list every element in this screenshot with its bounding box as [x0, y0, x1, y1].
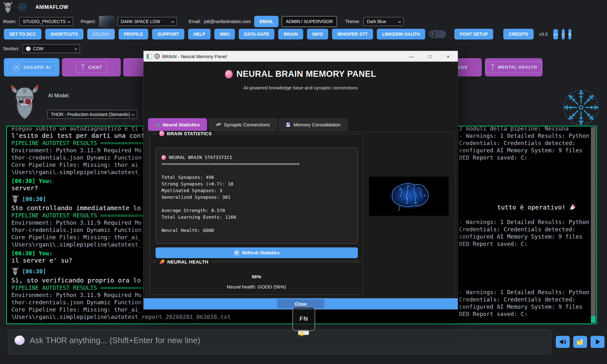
brain-button[interactable]: BRAIN [278, 29, 303, 39]
theme-select[interactable]: Dark Blue [363, 17, 404, 26]
terminal-line: Credentials: Credentials detected: [459, 139, 596, 147]
profile-button[interactable]: PROFILE [119, 29, 149, 39]
linkedin-oauth-button[interactable]: LINKEDIN OAUTH [377, 29, 426, 39]
brain-globe-icon [155, 54, 160, 59]
email-value: job@ranfanimation.com [204, 19, 251, 24]
wiki-button[interactable]: WIKI [214, 29, 235, 39]
send-button[interactable] [591, 336, 604, 348]
terminal-line: \Users\rgani\.simplepipeline\autotest_re… [11, 313, 252, 320]
set-to-dcc-button[interactable]: SET TO DCC [4, 29, 41, 39]
neural-health-group: NEURAL HEALTH 56% Neural health: GOOD (5… [150, 262, 363, 295]
info-button[interactable]: INFO [307, 29, 328, 39]
data-safe-button[interactable]: DATA-SAFE [239, 29, 274, 39]
floppy-disk-icon [286, 122, 291, 127]
neural-memory-modal: BRAIN - Neural Memory Panel — □ × NEURAL… [143, 51, 458, 310]
credits-button[interactable]: CREDITS [503, 29, 533, 39]
refresh-icon: ↻ [234, 250, 239, 256]
modal-title: BRAIN - Neural Memory Panel [162, 54, 227, 59]
project-select[interactable]: DARK SPACE LOW [117, 17, 177, 26]
chevron-down-icon [132, 113, 134, 116]
support-button[interactable]: SUPPORT [152, 29, 184, 39]
room-select[interactable]: STUDIO_PROJECTS [19, 17, 73, 26]
app-title: ANIMAFLOW [35, 4, 68, 10]
terminal-line: 2 moduli della pipeline: Nessuna [459, 126, 596, 132]
statistics-output: NEURAL BRAIN STATISTICS ================… [156, 148, 358, 244]
health-percentage: 56% [150, 274, 363, 279]
shortcuts-button[interactable]: SHORTCUTS [45, 29, 83, 39]
thor-avatar [9, 80, 40, 124]
asgard-ai-button[interactable]: 4SG4RD-AI [4, 58, 59, 76]
studio-button[interactable]: STUDIO [87, 29, 115, 39]
tab-neural-statistics[interactable]: Neural Statistics [148, 118, 207, 131]
rocket-icon [569, 204, 576, 211]
refresh-statistics-button[interactable]: ↻ Refresh Statistics [156, 247, 358, 258]
tab-page: BRAIN STATISTICS NEURAL BRAIN STATISTICS… [147, 132, 455, 298]
ai-model-panel: AI Model: THOR - Production Assistant (S… [0, 79, 145, 125]
moon-icon: ☾ [430, 31, 437, 38]
brain-image [369, 177, 449, 216]
terminal-line: Credentials: Credentials detected: [459, 226, 596, 233]
terminal-line: configured AI Memory System: 9 files [459, 147, 596, 154]
brain-statistics-group: BRAIN STATISTICS NEURAL BRAIN STATISTICS… [150, 134, 363, 261]
section-bar: Section: COM [0, 44, 80, 53]
open-file-button[interactable] [573, 336, 587, 348]
app-window: ANIMAFLOW Room: STUDIO_PROJECTS Project:… [0, 0, 607, 364]
assistant-message: tutto è operativo! [459, 197, 596, 218]
main-toolbar: SET TO DCC SHORTCUTS STUDIO PROFILE SUPP… [0, 28, 607, 40]
brain-icon [162, 155, 166, 160]
modal-maximize-button[interactable]: □ [429, 54, 432, 59]
play-icon [596, 339, 600, 344]
email-button[interactable]: EMAIL [254, 16, 279, 27]
link-icon [216, 122, 221, 127]
modal-close-button[interactable]: × [447, 54, 450, 59]
terminal-line: Credentials: Credentials detected: [459, 296, 596, 303]
modal-subtitle: AI-powered knowledge base and synaptic c… [144, 85, 458, 90]
section-icon [26, 46, 31, 51]
whisper-stt-button[interactable]: WHISPER STT [332, 29, 373, 39]
terminal-right-column: 2 moduli della pipeline: Nessuna - Warni… [459, 128, 596, 318]
modal-minimize-button[interactable]: — [409, 54, 414, 59]
help-button[interactable]: HELP [188, 29, 211, 39]
pill-icon [159, 259, 165, 265]
role-badge: ADMIN / SUPERVISOR [282, 16, 337, 27]
chat-button[interactable]: ᛘCHAT [62, 58, 121, 76]
version-label: v3.0 [539, 32, 548, 37]
vegvisir-logo-icon [18, 3, 27, 12]
scrollbar-thumb[interactable] [591, 316, 596, 323]
fn-key-graphic: FN [292, 306, 315, 331]
minimize-button[interactable]: — [553, 29, 558, 39]
close-window-button[interactable]: × [568, 29, 571, 39]
terminal-line: DED Report saved: C: [459, 240, 596, 247]
email-label: Email: [189, 19, 201, 24]
theme-label: Theme: [345, 19, 360, 24]
maximize-button[interactable]: □ [562, 29, 565, 39]
fn-keycap: FN [292, 306, 315, 331]
chevron-down-icon [398, 20, 401, 23]
tab-synaptic-connections[interactable]: Synaptic Connections [209, 118, 277, 131]
speaker-button[interactable] [556, 336, 570, 348]
project-label: Project: [81, 19, 95, 24]
ai-model-select[interactable]: THOR - Production Assistant (Semantic) [47, 110, 137, 119]
terminal-line: DED Report saved: C: [459, 310, 596, 318]
terminal-line: configured AI Memory System: 9 files [459, 303, 596, 310]
terminal-scrollbar[interactable] [591, 127, 596, 323]
modal-tabs: Neural Statistics Synaptic Connections M… [148, 118, 348, 131]
section-select[interactable]: COM [22, 44, 80, 53]
room-label: Room: [3, 19, 16, 24]
font-setup-button[interactable]: FONT SETUP [454, 29, 493, 39]
mental-rune-icon: ᛉ [490, 64, 495, 71]
project-thumbnail [99, 16, 114, 27]
terminal-line: - Warnings: 1 Detailed Results: Python [459, 218, 596, 226]
ai-model-label: AI Model: [48, 93, 70, 99]
statistics-text: ========================================… [162, 161, 352, 234]
tab-memory-consolidation[interactable]: Memory Consolidation [279, 118, 348, 131]
terminal-line: - Warnings: 1 Detailed Results: Python [459, 132, 596, 139]
brain-icon [225, 70, 233, 78]
ask-thor-input[interactable] [30, 336, 544, 345]
dark-mode-toggle[interactable]: ☾ [429, 30, 446, 38]
chat-bubble-icon [15, 336, 25, 345]
mental-health-button[interactable]: ᛉMENTAL HEALTH [485, 58, 543, 76]
terminal-line: configured AI Memory System: 9 files [459, 233, 596, 240]
chevron-down-icon [74, 47, 77, 50]
modal-titlebar[interactable]: BRAIN - Neural Memory Panel — □ × [144, 51, 458, 62]
